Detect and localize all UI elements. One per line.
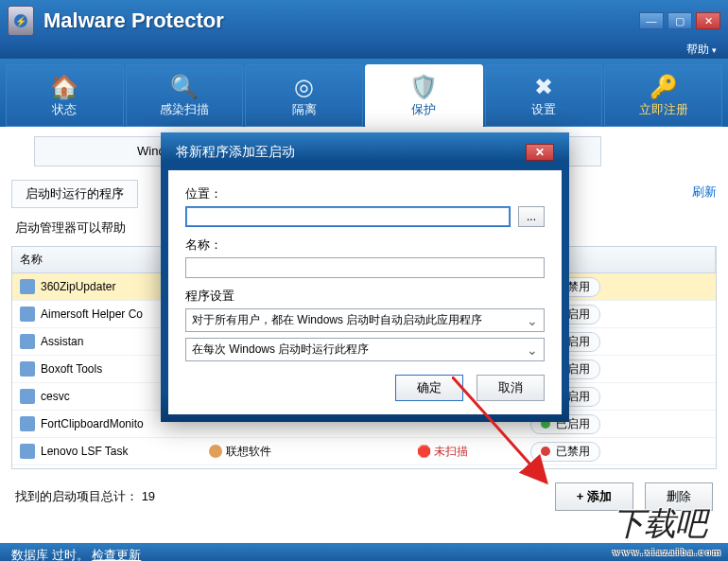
row-name: Aimersoft Helper Co	[41, 307, 143, 321]
nav-label: 保护	[411, 101, 436, 118]
row-name: Lenovo LSF Task	[41, 445, 129, 458]
settings-label: 程序设置	[185, 288, 545, 305]
scope-select[interactable]: 对于所有用户，都在 Windows 启动时自动启动此应用程序	[185, 308, 545, 332]
ok-button[interactable]: 确定	[395, 375, 463, 401]
add-program-dialog: 将新程序添加至启动 ✕ 位置： ... 名称： 程序设置 对于所有用户，都在 W…	[161, 132, 569, 422]
browse-button[interactable]: ...	[518, 206, 545, 227]
row-name: Boxoft Tools	[41, 362, 102, 376]
row-name: FortClipboardMonito	[41, 417, 144, 430]
nav-label: 设置	[531, 101, 556, 118]
row-name: Assistan	[41, 335, 83, 348]
startup-section-label: 启动时运行的程序	[11, 180, 138, 208]
app-icon	[20, 444, 35, 459]
close-button[interactable]: ✕	[696, 12, 720, 29]
dialog-close-button[interactable]: ✕	[526, 144, 554, 161]
frequency-select[interactable]: 在每次 Windows 启动时运行此程序	[185, 338, 545, 361]
dialog-titlebar: 将新程序添加至启动 ✕	[168, 140, 562, 170]
location-input[interactable]	[185, 206, 511, 227]
cancel-button[interactable]: 取消	[477, 375, 545, 401]
name-input[interactable]	[185, 257, 545, 278]
titlebar: ⚡ Malware Protector — ▢ ✕	[0, 0, 728, 42]
minimize-button[interactable]: —	[639, 12, 664, 29]
nav-label: 隔离	[292, 101, 317, 118]
nav-label: 立即注册	[639, 101, 688, 118]
app-shield-icon: ⚡	[8, 6, 34, 36]
app-icon	[20, 307, 35, 322]
statusbar-update-link[interactable]: 检查更新	[92, 548, 141, 561]
statusbar-text: 数据库 过时。	[11, 548, 89, 561]
nav-settings[interactable]: ✖设置	[485, 64, 603, 127]
nav-status[interactable]: 🏠状态	[6, 64, 124, 127]
key-icon: 🔑	[650, 73, 678, 101]
dialog-body: 位置： ... 名称： 程序设置 对于所有用户，都在 Windows 启动时自动…	[168, 170, 562, 414]
status-toggle[interactable]: 已禁用	[530, 442, 600, 462]
footer-row: 找到的启动项目总计： 19 + 添加 删除	[11, 482, 717, 511]
row-status: 已禁用	[556, 444, 590, 460]
home-icon: 🏠	[50, 73, 78, 101]
main-nav: 🏠状态 🔍感染扫描 ◎隔离 🛡️保护 ✖设置 🔑立即注册	[0, 59, 728, 127]
app-icon	[20, 334, 35, 349]
row-assoc: 🛑 未扫描	[417, 444, 515, 460]
dialog-title: 将新程序添加至启动	[176, 144, 295, 161]
app-icon	[20, 416, 35, 431]
target-icon: ◎	[294, 73, 314, 101]
location-label: 位置：	[185, 185, 545, 202]
help-link[interactable]: 帮助	[686, 43, 717, 56]
nav-quarantine[interactable]: ◎隔离	[245, 64, 363, 127]
nav-label: 状态	[52, 101, 77, 118]
name-label: 名称：	[185, 237, 545, 254]
app-title: Malware Protector	[43, 9, 224, 33]
refresh-link[interactable]: 刷新	[692, 184, 717, 201]
row-publisher: 联想软件	[226, 445, 271, 458]
watermark: 下载吧 www.xiazaiba.com	[613, 502, 722, 557]
app-icon	[20, 361, 35, 377]
status-dot-icon	[541, 447, 550, 456]
nav-protect[interactable]: 🛡️保护	[365, 64, 483, 127]
nav-label: 感染扫描	[160, 101, 209, 118]
count-text: 找到的启动项目总计： 19	[15, 488, 155, 505]
shield-icon: 🛡️	[409, 73, 438, 101]
magnify-icon: 🔍	[170, 73, 199, 101]
info-icon	[209, 445, 222, 458]
row-name: 360ZipUpdater	[41, 280, 115, 293]
table-row[interactable]: Lenovo LSF Task联想软件🛑 未扫描已禁用	[12, 438, 716, 465]
row-name: cesvc	[41, 390, 70, 403]
nav-register[interactable]: 🔑立即注册	[604, 64, 722, 127]
maximize-button[interactable]: ▢	[667, 12, 692, 29]
help-row: 帮助	[0, 42, 728, 59]
app-icon	[20, 279, 35, 294]
tools-icon: ✖	[534, 73, 553, 101]
app-icon	[20, 389, 35, 404]
nav-scan[interactable]: 🔍感染扫描	[126, 64, 244, 127]
